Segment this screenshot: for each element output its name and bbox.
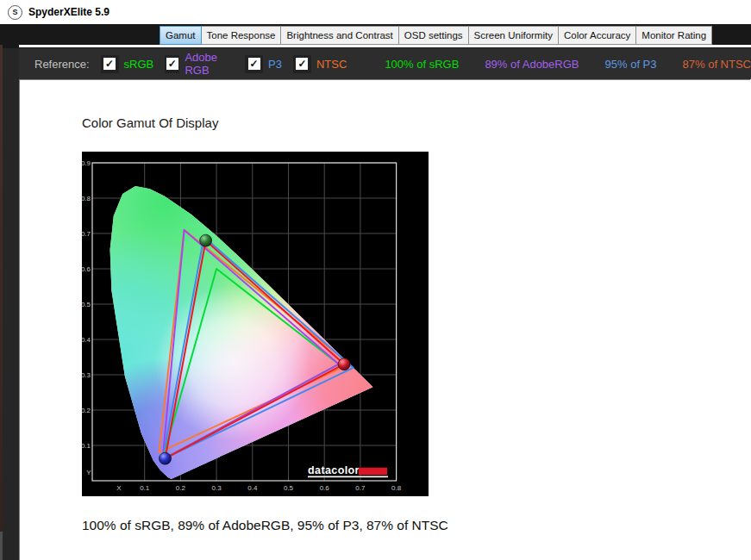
reference-group-srgb: ✓sRGB bbox=[101, 55, 154, 73]
tab-strip-underline bbox=[19, 45, 751, 47]
x-tick-label: 0.8 bbox=[391, 484, 402, 492]
window-edge-strip bbox=[0, 45, 3, 532]
reference-group-p3: ✓P3 bbox=[245, 55, 282, 73]
x-tick-label: 0.1 bbox=[140, 484, 150, 492]
y-tick-label: 0.4 bbox=[82, 336, 91, 344]
display-primary-marker-blue bbox=[160, 452, 172, 464]
tab-strip: GamutTone ResponseBrightness and Contras… bbox=[160, 26, 712, 45]
page-title: Color Gamut Of Display bbox=[82, 115, 218, 130]
y-tick-label: 0.7 bbox=[82, 230, 91, 238]
gamut-chart-svg: 0.10.20.30.40.50.60.70.80.90.10.20.30.40… bbox=[82, 152, 429, 496]
checkbox-srgb[interactable]: ✓ bbox=[101, 55, 119, 73]
y-tick-label: 0.2 bbox=[82, 407, 91, 414]
title-bar: S SpyderXElite 5.9 bbox=[0, 0, 751, 24]
coverage-readout-ntsc: 87% of NTSC bbox=[683, 58, 751, 71]
tab-monitor-rating[interactable]: Monitor Rating bbox=[636, 26, 712, 45]
gamut-chart: 0.10.20.30.40.50.60.70.80.90.10.20.30.40… bbox=[82, 152, 429, 496]
tab-gamut[interactable]: Gamut bbox=[160, 26, 202, 45]
x-tick-label: 0.6 bbox=[320, 484, 330, 492]
checkmark-icon: ✓ bbox=[166, 58, 178, 70]
y-tick-label: 0.8 bbox=[82, 195, 91, 202]
checkmark-icon: ✓ bbox=[103, 58, 116, 70]
datacolor-logo-bar bbox=[359, 468, 387, 475]
checkbox-ntsc[interactable]: ✓ bbox=[293, 55, 311, 73]
reference-group-adobe-rgb: ✓Adobe RGB bbox=[165, 51, 234, 77]
y-tick-label: 0.1 bbox=[82, 442, 91, 450]
window-left-edge bbox=[0, 48, 19, 560]
window-title: SpyderXElite 5.9 bbox=[28, 6, 110, 18]
x-tick-label: 0.5 bbox=[284, 484, 294, 492]
reference-checkbox-label: sRGB bbox=[124, 58, 154, 71]
datacolor-logo-text: datacolor bbox=[308, 464, 360, 476]
checkmark-icon: ✓ bbox=[296, 58, 308, 70]
window-edge-strip-bottom bbox=[0, 532, 3, 560]
tab-osd-settings[interactable]: OSD settings bbox=[399, 26, 469, 45]
reference-checkbox-label: NTSC bbox=[316, 58, 347, 71]
x-tick-label: 0.7 bbox=[355, 484, 366, 492]
x-tick-label: 0.4 bbox=[247, 484, 258, 492]
tab-screen-uniformity[interactable]: Screen Uniformity bbox=[469, 26, 559, 45]
datacolor-logo-underline bbox=[308, 476, 388, 478]
y-tick-label: 0.6 bbox=[82, 265, 91, 273]
y-axis-label: Y bbox=[86, 469, 91, 476]
tab-tone-response[interactable]: Tone Response bbox=[202, 26, 282, 45]
gamut-summary-text: 100% of sRGB, 89% of AdobeRGB, 95% of P3… bbox=[82, 518, 448, 533]
coverage-readout-p3: 95% of P3 bbox=[605, 58, 657, 71]
tab-color-accuracy[interactable]: Color Accuracy bbox=[559, 26, 636, 45]
reference-label: Reference: bbox=[34, 58, 90, 71]
coverage-readout-adobergb: 89% of AdobeRGB bbox=[485, 58, 579, 71]
checkbox-adobe-rgb[interactable]: ✓ bbox=[165, 55, 179, 73]
display-primary-marker-red bbox=[338, 358, 350, 370]
tab-brightness-and-contrast[interactable]: Brightness and Contrast bbox=[281, 26, 398, 45]
reference-group-ntsc: ✓NTSC bbox=[293, 55, 347, 73]
display-primary-marker-green bbox=[200, 234, 212, 246]
x-tick-label: 0.3 bbox=[212, 484, 222, 492]
coverage-readout-srgb: 100% of sRGB bbox=[385, 58, 459, 71]
app-logo-icon: S bbox=[8, 5, 22, 20]
y-tick-label: 0.5 bbox=[82, 301, 91, 308]
reference-checkbox-label: Adobe RGB bbox=[185, 51, 234, 77]
checkbox-p3[interactable]: ✓ bbox=[245, 55, 263, 73]
x-tick-label: 0.2 bbox=[176, 484, 186, 492]
checkmark-icon: ✓ bbox=[248, 58, 260, 70]
reference-toolbar: Reference: ✓sRGB✓Adobe RGB✓P3✓NTSC100% o… bbox=[19, 48, 751, 79]
y-tick-label: 0.3 bbox=[82, 371, 91, 379]
y-tick-label: 0.9 bbox=[82, 159, 91, 167]
reference-checkbox-label: P3 bbox=[268, 58, 282, 71]
x-axis-label: X bbox=[116, 484, 122, 492]
